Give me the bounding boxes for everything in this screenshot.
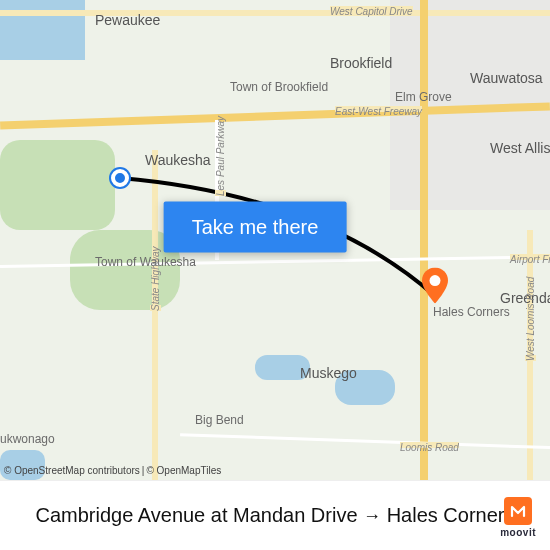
lake-muskego-2 — [335, 370, 395, 405]
map-canvas[interactable]: Pewaukee Brookfield Town of Brookfield E… — [0, 0, 550, 480]
attrib-tiles[interactable]: © OpenMapTiles — [146, 465, 221, 476]
road-loomis-ns — [527, 230, 533, 480]
brand-icon — [504, 497, 532, 525]
road-capitol — [0, 10, 550, 16]
attrib-sep: | — [142, 465, 145, 476]
svg-point-0 — [430, 275, 441, 286]
label-big-bend: Big Bend — [195, 413, 244, 427]
label-greendale: Greendale — [500, 290, 550, 306]
route-from: Cambridge Avenue at Mandan Drive — [36, 504, 358, 526]
pin-origin[interactable] — [111, 169, 129, 187]
label-mukwonago: ukwonago — [0, 432, 55, 446]
route-header: Cambridge Avenue at Mandan Drive → Hales… — [0, 480, 550, 550]
attrib-osm[interactable]: © OpenStreetMap contributors — [4, 465, 140, 476]
route-to: Hales Corners — [387, 504, 515, 526]
label-hales-corners: Hales Corners — [433, 305, 510, 319]
road-ns-1 — [420, 0, 428, 480]
pin-destination[interactable] — [422, 268, 448, 304]
brand-text: moovit — [500, 527, 536, 538]
route-arrow-icon: → — [363, 506, 381, 526]
brand-logo[interactable]: moovit — [500, 497, 536, 538]
label-town-brookfield: Town of Brookfield — [230, 80, 328, 94]
map-attribution: © OpenStreetMap contributors | © OpenMap… — [4, 465, 221, 476]
road-state-hwy — [152, 150, 158, 480]
lake-muskego-1 — [255, 355, 310, 380]
lake-northwest — [0, 0, 85, 60]
take-me-there-button[interactable]: Take me there — [164, 202, 347, 253]
park-west — [0, 140, 115, 230]
road-loomis — [180, 433, 550, 450]
label-brookfield: Brookfield — [330, 55, 392, 71]
